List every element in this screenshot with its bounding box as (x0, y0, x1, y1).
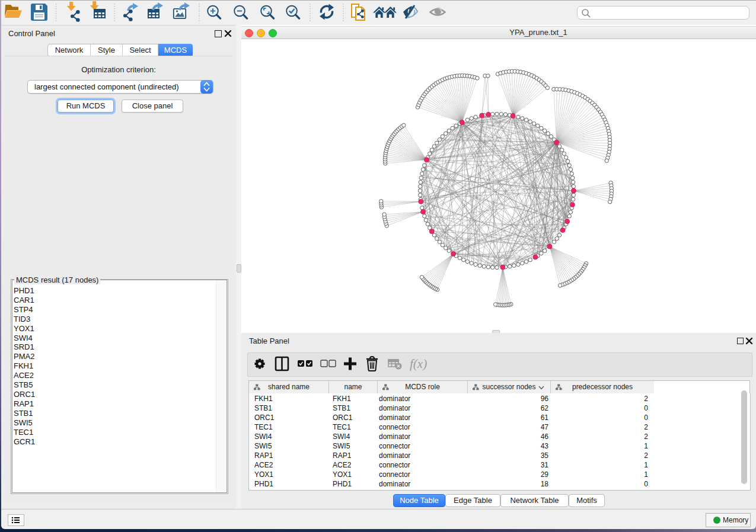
svg-text:f(x): f(x) (410, 357, 427, 371)
